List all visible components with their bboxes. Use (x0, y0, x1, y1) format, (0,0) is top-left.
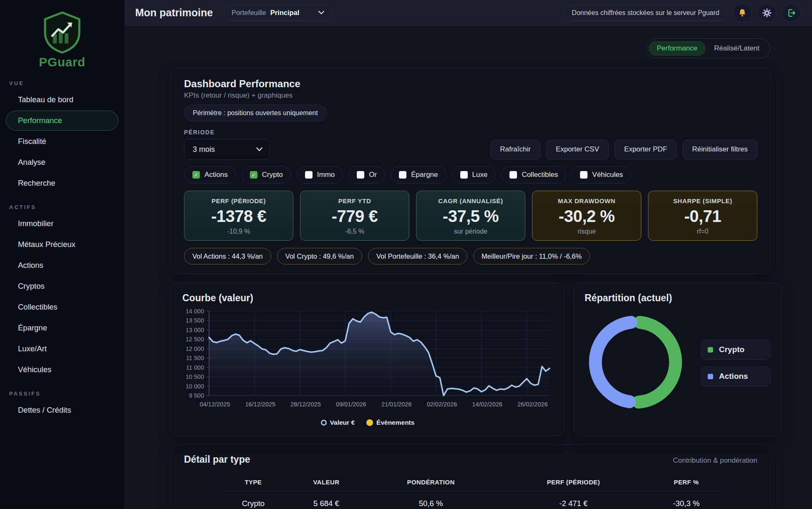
ring-marker-icon (321, 420, 327, 426)
rafra-chir-button[interactable]: Rafraîchir (490, 140, 540, 159)
r-initialiser-filtres-button[interactable]: Réinitialiser filtres (683, 140, 757, 159)
checkbox-unchecked-icon[interactable] (357, 171, 364, 179)
filter-label: Or (369, 171, 377, 179)
table-cell: Crypto (217, 492, 289, 509)
svg-text:28/12/2025: 28/12/2025 (290, 401, 321, 408)
settings-button[interactable] (757, 3, 777, 23)
sidebar-item-m-taux-pr-cieux[interactable]: Métaux Précieux (6, 234, 119, 254)
sidebar-item-cryptos[interactable]: Cryptos (6, 276, 119, 296)
filter-label: Collectibles (522, 171, 558, 179)
detail-table-wrap: TYPEVALEURPONDÉRATIONPERF (PÉRIODE)PERF … (184, 471, 757, 509)
action-buttons: RafraîchirExporter CSVExporter PDFRéinit… (490, 140, 757, 159)
stat-badge-0: Vol Actions : 44,3 %/an (184, 248, 271, 265)
column-header: PERF % (648, 471, 724, 492)
donut-legend-crypto[interactable]: Crypto (701, 340, 771, 360)
toggle-option-performance[interactable]: Performance (648, 41, 706, 56)
sidebar-item-collectibles[interactable]: Collectibles (6, 297, 119, 317)
sidebar-nav: VUETableau de bordPerformanceFiscalitéAn… (0, 80, 124, 420)
donut-chart-svg (585, 311, 686, 413)
checkbox-unchecked-icon[interactable] (399, 171, 406, 179)
line-chart-svg: 9 50010 00010 50011 00011 50012 00012 50… (182, 307, 553, 416)
chevron-down-icon (318, 11, 324, 15)
scope-badge: Périmètre : positions ouvertes uniquemen… (184, 105, 327, 121)
detail-by-type-card: Détail par type Contribution & pondérati… (171, 444, 770, 509)
sidebar-item-tableau-de-bord[interactable]: Tableau de bord (6, 90, 119, 110)
sidebar-item-fiscalit-[interactable]: Fiscalité (6, 131, 119, 151)
column-header: PONDÉRATION (363, 471, 498, 492)
main: Mon patrimoine Portefeuille Principal Do… (124, 0, 812, 509)
checkbox-unchecked-icon[interactable] (580, 171, 588, 179)
svg-text:12 000: 12 000 (186, 345, 204, 352)
donut-legend-label: Actions (719, 372, 748, 381)
sidebar-section-title: VUE (0, 80, 124, 89)
legend--v-nements[interactable]: Évènements (366, 419, 414, 426)
kpi-label: PERF YTD (300, 197, 409, 204)
swatch-icon (708, 374, 713, 379)
filter-immo[interactable]: Immo (297, 166, 343, 184)
svg-text:11 500: 11 500 (186, 355, 204, 361)
sidebar-item-luxe-art[interactable]: Luxe/Art (6, 339, 119, 359)
view-toggle-row: PerformanceRéalisé/Latent (171, 38, 770, 58)
period-select[interactable]: 3 mois (184, 139, 270, 160)
filter-collectibles[interactable]: Collectibles (501, 166, 566, 184)
stat-badge-3: Meilleur/Pire jour : 11,0% / -6,6% (473, 248, 590, 265)
exporter-csv-button[interactable]: Exporter CSV (546, 140, 609, 159)
toggle-option-r-alis-latent[interactable]: Réalisé/Latent (706, 41, 768, 56)
detail-head: Détail par type Contribution & pondérati… (184, 454, 757, 465)
checkbox-unchecked-icon[interactable] (305, 171, 313, 179)
checkbox-unchecked-icon[interactable] (509, 171, 517, 179)
svg-text:10 500: 10 500 (186, 373, 204, 380)
sidebar: PGuard VUETableau de bordPerformanceFisc… (0, 0, 124, 509)
app-root: PGuard VUETableau de bordPerformanceFisc… (0, 0, 812, 509)
filter-v-hicules[interactable]: Véhicules (572, 166, 631, 184)
kpi-card-cagr-annualis-: CAGR (ANNUALISÉ)-37,5 %sur période (416, 191, 525, 241)
dashboard-subtitle: KPIs (retour / risque) + graphiques (184, 91, 757, 100)
logout-button[interactable] (782, 3, 801, 23)
checkbox-unchecked-icon[interactable] (460, 171, 468, 179)
checkbox-checked-icon[interactable]: ✓ (192, 171, 200, 179)
sidebar-item-dettes-cr-dits[interactable]: Dettes / Crédits (6, 400, 119, 420)
kpi-label: SHARPE (SIMPLE) (648, 197, 757, 204)
legend-valeur-[interactable]: Valeur € (321, 419, 355, 426)
sidebar-item--pargne[interactable]: Épargne (6, 318, 119, 338)
detail-title: Détail par type (184, 454, 250, 465)
sidebar-item-recherche[interactable]: Recherche (6, 173, 119, 193)
kpi-sub: sur période (416, 228, 525, 235)
kpi-value: -30,2 % (532, 207, 641, 226)
donut-body: CryptoActions (585, 311, 771, 415)
filter-luxe[interactable]: Luxe (452, 166, 496, 184)
filter-label: Actions (204, 171, 228, 179)
kpi-sub: rf=0 (648, 228, 757, 235)
svg-text:10 000: 10 000 (186, 383, 204, 390)
sidebar-item-immobilier[interactable]: Immobilier (6, 214, 119, 234)
sidebar-item-v-hicules[interactable]: Véhicules (6, 360, 119, 380)
filter-crypto[interactable]: ✓Crypto (242, 166, 291, 184)
donut-legend-actions[interactable]: Actions (701, 366, 771, 386)
notifications-button[interactable] (733, 3, 752, 23)
checkbox-checked-icon[interactable]: ✓ (250, 171, 257, 179)
svg-text:14/02/2026: 14/02/2026 (472, 401, 503, 408)
page-title: Mon patrimoine (135, 7, 213, 19)
detail-note: Contribution & pondération (673, 456, 757, 465)
value-curve-card: Courbe (valeur) 9 50010 00010 50011 0001… (171, 283, 564, 436)
exporter-pdf-button[interactable]: Exporter PDF (615, 140, 677, 159)
filter-label: Épargne (411, 171, 438, 179)
sidebar-item-analyse[interactable]: Analyse (6, 152, 119, 172)
filter--pargne[interactable]: Épargne (391, 166, 446, 184)
filter-or[interactable]: Or (348, 166, 385, 184)
portfolio-select[interactable]: Portefeuille Principal (224, 5, 332, 21)
stat-badge-2: Vol Portefeuille : 36,4 %/an (368, 248, 467, 265)
kpi-label: PERF (PÉRIODE) (184, 197, 293, 204)
period-label: PÉRIODE (184, 129, 757, 136)
svg-text:26/02/2026: 26/02/2026 (517, 401, 548, 408)
svg-text:09/01/2026: 09/01/2026 (336, 401, 366, 408)
chart-legend: Valeur €Évènements (182, 419, 553, 426)
sidebar-item-actions[interactable]: Actions (6, 255, 119, 275)
donut-title: Répartition (actuel) (585, 292, 771, 304)
sidebar-item-performance[interactable]: Performance (6, 111, 119, 131)
filter-actions[interactable]: ✓Actions (184, 166, 236, 184)
logout-icon (787, 8, 797, 18)
sidebar-section-vue: VUETableau de bordPerformanceFiscalitéAn… (0, 80, 124, 193)
kpi-sub: -10,9 % (184, 228, 293, 235)
svg-text:02/02/2026: 02/02/2026 (427, 401, 457, 408)
